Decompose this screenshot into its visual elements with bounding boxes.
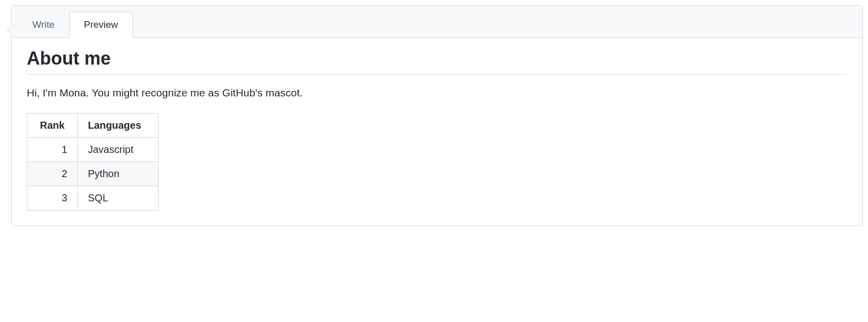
header-languages: Languages [78, 114, 159, 138]
cell-language: Python [78, 162, 159, 186]
about-heading: About me [27, 48, 847, 75]
table-row: 3 SQL [27, 186, 159, 210]
table-row: 2 Python [27, 162, 159, 186]
cell-rank: 3 [27, 186, 78, 210]
editor-tab-bar: Write Preview [12, 6, 862, 38]
cell-language: Javascript [78, 138, 159, 162]
tab-write[interactable]: Write [18, 12, 69, 37]
cell-rank: 1 [27, 138, 78, 162]
cell-language: SQL [78, 186, 159, 210]
markdown-editor-panel: Write Preview About me Hi, I'm Mona. You… [11, 5, 863, 226]
preview-content: About me Hi, I'm Mona. You might recogni… [12, 38, 862, 226]
cell-rank: 2 [27, 162, 78, 186]
intro-paragraph: Hi, I'm Mona. You might recognize me as … [27, 87, 847, 99]
table-header-row: Rank Languages [27, 114, 159, 138]
table-row: 1 Javascript [27, 138, 159, 162]
speech-pointer-icon [7, 25, 12, 35]
header-rank: Rank [27, 114, 78, 138]
tab-preview[interactable]: Preview [69, 12, 133, 38]
languages-table: Rank Languages 1 Javascript 2 Python 3 S… [27, 113, 159, 210]
